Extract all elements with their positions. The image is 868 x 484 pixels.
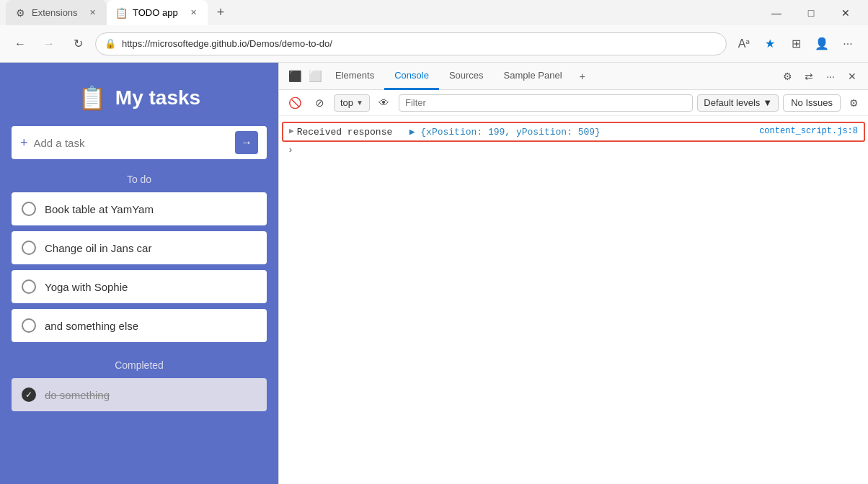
- browser-window: ⚙ Extensions ✕ 📋 TODO app ✕ + — □ ✕ ← → …: [0, 0, 868, 484]
- completed-task-list: ✓ do something: [0, 378, 278, 411]
- todo-tab-label: TODO app: [133, 7, 178, 18]
- devtools-more-tabs-button[interactable]: +: [572, 66, 593, 86]
- task-checkbox-1[interactable]: [22, 202, 36, 216]
- todo-app: 📋 My tasks + → To do Book table at YamYa…: [0, 63, 278, 484]
- add-task-arrow-icon: →: [241, 136, 252, 149]
- tab-extensions[interactable]: ⚙ Extensions ✕: [6, 0, 107, 25]
- context-dropdown-icon: ▼: [356, 99, 363, 107]
- context-value: top: [340, 97, 353, 108]
- task-item[interactable]: Book table at YamYam: [12, 192, 267, 225]
- minimize-button[interactable]: —: [760, 0, 793, 25]
- clear-console-button[interactable]: 🚫: [285, 93, 305, 113]
- task-item[interactable]: Yoga with Sophie: [12, 270, 267, 303]
- forward-button[interactable]: →: [37, 32, 61, 55]
- devtools-close-button[interactable]: ✕: [842, 66, 862, 86]
- todo-header-icon: 📋: [78, 84, 107, 112]
- console-entry-1: ▶ Received response ▶ {xPosition: 199, y…: [282, 122, 865, 142]
- context-selector[interactable]: top ▼: [334, 94, 370, 112]
- devtools-tab-elements[interactable]: Elements: [325, 63, 384, 90]
- console-eye-button[interactable]: 👁: [374, 93, 394, 113]
- refresh-button[interactable]: ↻: [66, 32, 89, 55]
- title-bar: ⚙ Extensions ✕ 📋 TODO app ✕ + — □ ✕: [0, 0, 868, 25]
- completed-task-item[interactable]: ✓ do something: [12, 378, 267, 411]
- caret-icon: ›: [288, 145, 293, 156]
- console-entry-text: Received response ▶ {xPosition: 199, yPo…: [297, 126, 760, 138]
- log-levels-arrow-icon: ▼: [763, 97, 772, 108]
- add-task-input[interactable]: [34, 137, 235, 149]
- address-bar: ← → ↻ 🔒 https://microsoftedge.github.io/…: [0, 25, 868, 63]
- console-entry-obj[interactable]: ▶ {xPosition: 199, yPosition: 509}: [409, 127, 601, 138]
- settings-more-button[interactable]: ···: [836, 32, 859, 55]
- task-text-4: and something else: [45, 320, 138, 332]
- task-text-5: do something: [45, 389, 110, 401]
- task-checkbox-4[interactable]: [22, 318, 36, 333]
- task-text-2: Change oil in Jans car: [45, 242, 151, 254]
- lock-icon: 🔒: [105, 38, 116, 49]
- address-actions: Aᵃ ★ ⊞ 👤 ···: [732, 32, 859, 55]
- task-item[interactable]: and something else: [12, 309, 267, 342]
- devtools-tab-bar: ⬛ ⬜ Elements Console Sources Sample Pane…: [279, 63, 868, 90]
- task-text-1: Book table at YamYam: [45, 203, 154, 215]
- devtools-inspect-button[interactable]: ⬛: [285, 66, 305, 86]
- devtools-tab-sources[interactable]: Sources: [439, 63, 494, 90]
- extensions-tab-label: Extensions: [32, 7, 78, 18]
- favorites-button[interactable]: ★: [758, 32, 781, 55]
- task-checkbox-2[interactable]: [22, 241, 36, 255]
- todo-tab-icon: 📋: [115, 7, 127, 19]
- add-to-sidebar-button[interactable]: ⊞: [784, 32, 807, 55]
- extensions-icon: ⚙: [14, 7, 26, 19]
- todo-task-list: Book table at YamYam Change oil in Jans …: [0, 192, 278, 342]
- close-button[interactable]: ✕: [829, 0, 862, 25]
- no-issues-text: No Issues: [791, 97, 833, 108]
- back-button[interactable]: ←: [9, 32, 32, 55]
- task-item[interactable]: Change oil in Jans car: [12, 231, 267, 264]
- main-content: 📋 My tasks + → To do Book table at YamYa…: [0, 63, 868, 484]
- console-entry-link[interactable]: content_script.js:8: [759, 126, 858, 136]
- devtools-console-toolbar: 🚫 ⊘ top ▼ 👁 Default levels ▼ No Issues ⚙: [279, 90, 868, 116]
- log-levels-label: Default levels: [704, 97, 760, 108]
- filter-input[interactable]: [399, 94, 693, 112]
- console-input-caret: ›: [282, 142, 865, 158]
- add-task-plus-icon: +: [20, 135, 28, 151]
- url-text: https://microsoftedge.github.io/Demos/de…: [122, 38, 332, 49]
- completed-section-label: Completed: [0, 359, 278, 371]
- log-levels-selector[interactable]: Default levels ▼: [697, 94, 779, 112]
- devtools-actions: ⚙ ⇄ ··· ✕: [777, 66, 862, 86]
- todo-header: 📋 My tasks: [0, 63, 278, 126]
- block-requests-button[interactable]: ⊘: [309, 93, 329, 113]
- task-checkbox-3[interactable]: [22, 279, 36, 294]
- tab-todo-app[interactable]: 📋 TODO app ✕: [107, 0, 208, 25]
- extensions-tab-close[interactable]: ✕: [87, 7, 98, 19]
- devtools-tab-console[interactable]: Console: [384, 63, 439, 90]
- task-checkbox-5[interactable]: ✓: [22, 387, 36, 402]
- maximize-button[interactable]: □: [794, 0, 828, 25]
- new-tab-button[interactable]: +: [211, 3, 231, 23]
- todo-tab-close[interactable]: ✕: [187, 7, 199, 19]
- checkmark-icon: ✓: [25, 390, 32, 400]
- devtools-tab-sample-panel[interactable]: Sample Panel: [494, 63, 572, 90]
- window-controls: — □ ✕: [760, 0, 862, 25]
- completed-section: Completed ✓ do something: [0, 359, 278, 423]
- devtools-panel: ⬛ ⬜ Elements Console Sources Sample Pane…: [278, 63, 868, 484]
- devtools-device-button[interactable]: ⬜: [305, 66, 325, 86]
- devtools-share-icon[interactable]: ⇄: [799, 66, 819, 86]
- console-settings-button[interactable]: ⚙: [845, 94, 862, 112]
- console-entry-expand[interactable]: ▶: [289, 126, 294, 135]
- devtools-console-output: ▶ Received response ▶ {xPosition: 199, y…: [279, 116, 868, 484]
- task-text-3: Yoga with Sophie: [45, 281, 128, 293]
- no-issues-badge: No Issues: [783, 94, 841, 112]
- todo-header-title: My tasks: [115, 86, 200, 109]
- read-aloud-button[interactable]: Aᵃ: [732, 32, 756, 55]
- add-task-button[interactable]: →: [235, 131, 258, 154]
- devtools-more-button[interactable]: ···: [820, 66, 841, 86]
- profile-button[interactable]: 👤: [810, 32, 833, 55]
- todo-section-label: To do: [0, 174, 278, 185]
- devtools-settings-icon[interactable]: ⚙: [777, 66, 797, 86]
- add-task-bar[interactable]: + →: [12, 126, 267, 159]
- url-bar[interactable]: 🔒 https://microsoftedge.github.io/Demos/…: [95, 32, 727, 55]
